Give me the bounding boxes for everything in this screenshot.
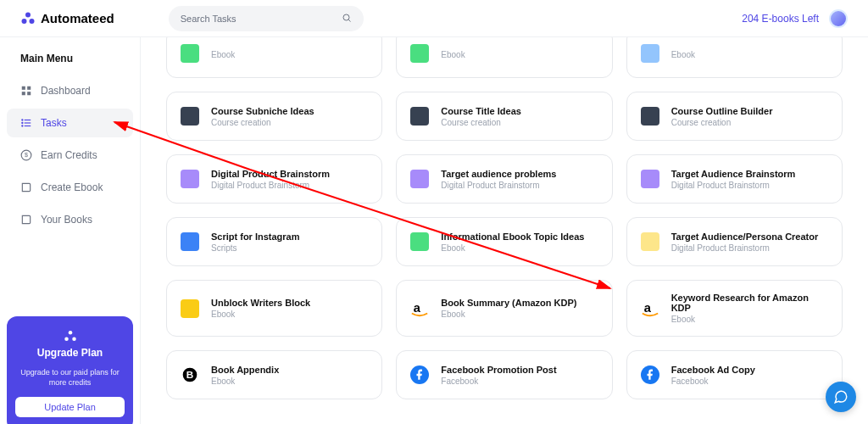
task-card[interactable]: Informational Ebook Topic IdeasEbook [396, 217, 612, 266]
grid-icon [20, 85, 32, 97]
svg-point-19 [72, 337, 76, 341]
card-title: Facebook Ad Copy [671, 365, 755, 375]
facebook-icon [641, 365, 659, 384]
book-icon [181, 44, 199, 63]
card-title: Book Summary (Amazon KDP) [441, 298, 576, 308]
card-sub: Ebook [671, 50, 695, 59]
card-sub: Scripts [211, 243, 300, 253]
script-icon [181, 232, 199, 251]
card-sub: Ebook [441, 50, 465, 59]
task-grid: Ebook Ebook Ebook Course Subniche IdeasC… [166, 37, 843, 399]
list-icon [20, 117, 32, 129]
task-card[interactable]: Ebook [626, 37, 843, 78]
task-card[interactable]: Course Subniche IdeasCourse creation [166, 92, 382, 141]
upgrade-title: Upgrade Plan [15, 347, 125, 359]
svg-text:a: a [414, 300, 421, 314]
task-card[interactable]: Facebook Ad CopyFacebook [626, 350, 843, 399]
svg-line-4 [348, 20, 350, 21]
card-title: Informational Ebook Topic Ideas [441, 232, 584, 242]
logo[interactable]: Automateed [20, 11, 114, 26]
sidebar-item-earn-credits[interactable]: $ Earn Credits [7, 141, 133, 170]
books-icon [20, 214, 32, 226]
task-card[interactable]: Facebook Promotion PostFacebook [396, 350, 612, 399]
card-title: Unblock Writers Block [211, 298, 310, 308]
card-title: Course Outline Builder [671, 106, 773, 116]
ebooks-left-label[interactable]: 204 E-books Left [742, 13, 819, 25]
card-sub: Facebook [441, 377, 556, 386]
svg-text:$: $ [25, 152, 28, 158]
chat-bubble-button[interactable] [826, 382, 856, 412]
sidebar-title: Main Menu [20, 53, 133, 64]
sidebar-item-label: Your Books [41, 214, 92, 226]
task-card[interactable]: aBook Summary (Amazon KDP)Ebook [396, 280, 612, 337]
task-card[interactable]: Digital Product BrainstormDigital Produc… [166, 154, 382, 204]
book-icon [410, 44, 429, 63]
persona-icon [641, 232, 659, 251]
card-sub: Ebook [671, 315, 828, 324]
task-card[interactable]: Ebook [396, 37, 612, 78]
monitor-icon [181, 107, 199, 126]
card-sub: Facebook [671, 377, 755, 386]
update-plan-button[interactable]: Update Plan [15, 397, 125, 417]
card-sub: Digital Product Brainstorm [671, 181, 796, 190]
appendix-icon: B [181, 365, 199, 384]
svg-point-1 [22, 19, 27, 24]
svg-point-3 [343, 14, 349, 20]
card-sub: Course creation [441, 118, 521, 127]
sidebar-item-label: Create Ebook [41, 181, 103, 193]
amazon-icon: a [641, 299, 659, 318]
sidebar-item-create-ebook[interactable]: Create Ebook [7, 173, 133, 202]
svg-rect-8 [27, 92, 31, 95]
card-sub: Ebook [211, 377, 279, 386]
task-card[interactable]: Script for InstagramScripts [166, 217, 382, 266]
task-card[interactable]: Course Title IdeasCourse creation [396, 92, 612, 141]
book-icon [410, 232, 429, 251]
card-title: Target audience problems [441, 169, 556, 179]
card-sub: Course creation [671, 118, 773, 127]
dots-icon [15, 330, 125, 342]
book-icon [20, 181, 32, 193]
card-title: Script for Instagram [211, 232, 300, 242]
card-title: Target Audience/Persona Creator [671, 232, 819, 242]
svg-point-12 [22, 120, 23, 120]
top-bar: Automateed Search Tasks 204 E-books Left [0, 0, 868, 37]
card-sub: Digital Product Brainstorm [671, 243, 819, 253]
main-content: Ebook Ebook Ebook Course Subniche IdeasC… [141, 37, 868, 424]
card-title: Course Subniche Ideas [211, 106, 314, 116]
task-card[interactable]: aKeyword Research for Amazon KDPEbook [626, 280, 843, 337]
brand-name: Automateed [41, 11, 114, 25]
amazon-icon: a [410, 299, 429, 318]
svg-point-13 [22, 122, 23, 123]
sidebar: Main Menu Dashboard Tasks $ Earn Credits… [0, 37, 141, 424]
task-card[interactable]: Target audience problemsDigital Product … [396, 154, 612, 204]
sidebar-item-label: Dashboard [41, 85, 91, 97]
logo-icon [20, 11, 36, 26]
target-icon [410, 170, 429, 188]
search-input[interactable]: Search Tasks [169, 6, 364, 31]
task-card[interactable]: Ebook [166, 37, 382, 78]
svg-point-18 [64, 337, 69, 341]
card-sub: Ebook [211, 50, 235, 59]
card-title: Book Appendix [211, 365, 279, 375]
avatar[interactable] [829, 9, 848, 28]
card-sub: Ebook [441, 243, 584, 253]
sidebar-item-tasks[interactable]: Tasks [7, 109, 133, 137]
task-card[interactable]: Course Outline BuilderCourse creation [626, 92, 843, 141]
task-card[interactable]: Unblock Writers BlockEbook [166, 280, 382, 337]
dollar-icon: $ [20, 149, 32, 161]
monitor-icon [641, 107, 659, 126]
facebook-icon [410, 365, 429, 384]
task-card[interactable]: Target Audience BrainstormDigital Produc… [626, 154, 843, 204]
task-card[interactable]: Target Audience/Persona CreatorDigital P… [626, 217, 843, 266]
svg-rect-7 [22, 92, 25, 95]
card-title: Course Title Ideas [441, 106, 521, 116]
task-card[interactable]: BBook AppendixEbook [166, 350, 382, 399]
sidebar-item-your-books[interactable]: Your Books [7, 205, 133, 234]
sidebar-item-dashboard[interactable]: Dashboard [7, 76, 133, 105]
svg-point-14 [22, 126, 23, 126]
target-icon [641, 170, 659, 188]
card-title: Keyword Research for Amazon KDP [671, 293, 828, 313]
sidebar-item-label: Tasks [41, 117, 67, 129]
card-sub: Ebook [211, 310, 310, 319]
card-title: Target Audience Brainstorm [671, 169, 796, 179]
